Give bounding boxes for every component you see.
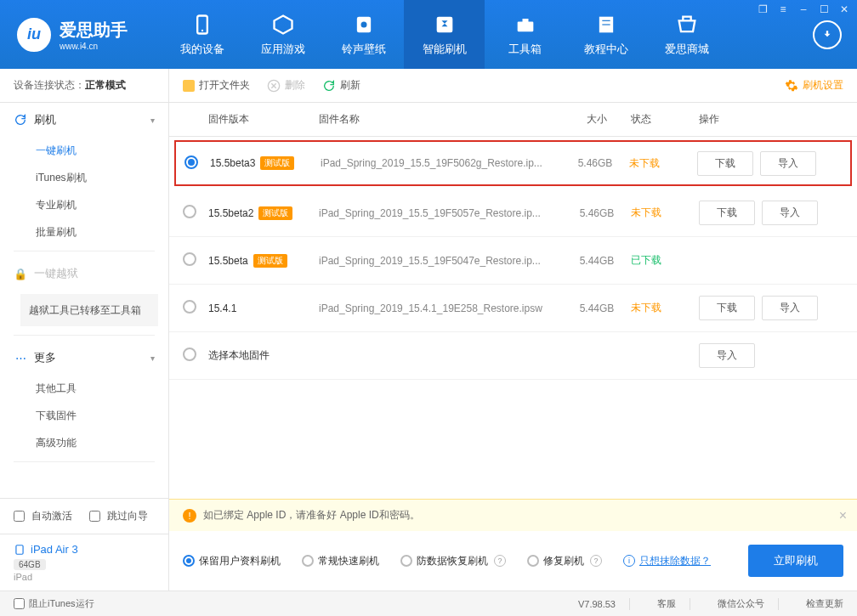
row-radio[interactable] [183,205,196,218]
refresh-label: 刷新 [340,78,360,93]
flash-option-label: 保留用户资料刷机 [199,554,281,568]
flash-settings-label: 刷机设置 [803,78,843,93]
customer-service[interactable]: 客服 [657,597,676,610]
firmware-row-0[interactable]: 15.5beta3测试版 iPad_Spring_2019_15.5_19F50… [174,140,852,186]
nav-book[interactable]: 教程中心 [565,0,646,69]
download-indicator-icon[interactable] [813,20,842,49]
menu-item-0-0[interactable]: 一键刷机 [0,137,168,164]
nav-apps[interactable]: 应用游戏 [242,0,323,69]
conn-label: 设备连接状态： [14,78,85,93]
flash-option-3[interactable]: 修复刷机? [527,554,602,568]
nav-music[interactable]: 铃声壁纸 [323,0,404,69]
menu-item-0-3[interactable]: 批量刷机 [0,218,168,246]
alert-close[interactable]: × [839,508,847,523]
toolbox-icon [514,13,537,37]
firmware-row-2[interactable]: 15.5beta测试版 iPad_Spring_2019_15.5_19F504… [169,237,857,285]
menu-item-0-2[interactable]: 专业刷机 [0,191,168,218]
nav-store[interactable]: 爱思商城 [646,0,727,69]
import-button[interactable]: 导入 [762,296,818,320]
help-icon[interactable]: ? [590,555,602,567]
window-btn-2[interactable]: ≡ [777,3,789,15]
firmware-version: 15.5beta3测试版 [210,156,321,170]
app-title: 爱思助手 [60,19,128,42]
th-version: 固件版本 [208,112,319,127]
toolbar: 打开文件夹 删除 刷新 刷机设置 [169,69,857,103]
flash-settings-button[interactable]: 刷机设置 [785,78,843,93]
skip-guide-checkbox[interactable] [89,511,100,522]
firmware-size: 5.44GB [563,302,631,314]
nav-label: 爱思商城 [665,42,709,57]
open-folder-button[interactable]: 打开文件夹 [183,78,250,93]
gear-icon [785,79,798,93]
radio[interactable] [302,555,314,567]
delete-button[interactable]: 删除 [267,78,305,93]
menu-group-0[interactable]: 刷机▾ [0,103,168,137]
firmware-row-4[interactable]: 选择本地固件 导入 [169,332,857,380]
download-button[interactable]: 下载 [699,296,755,320]
row-actions: 下载导入 [699,201,843,225]
footer: 阻止iTunes运行 V7.98.53 客服 微信公众号 检查更新 [0,591,857,616]
nav-toolbox[interactable]: 工具箱 [485,0,565,69]
wechat-official[interactable]: 微信公众号 [718,597,764,610]
svg-point-3 [360,21,366,27]
menu-jailbreak: 🔒一键越狱 [0,257,168,291]
window-btn-1[interactable]: ❐ [757,3,769,15]
window-minimize[interactable]: – [797,3,809,15]
nav-label: 应用游戏 [261,42,305,57]
beta-tag: 测试版 [253,254,287,268]
window-maximize[interactable]: ☐ [818,3,830,15]
radio[interactable] [527,555,539,567]
svg-rect-5 [517,21,533,31]
firmware-filename: iPad_Spring_2019_15.4.1_19E258_Restore.i… [319,302,563,314]
refresh-button[interactable]: 刷新 [322,78,360,93]
menu-item-2-2[interactable]: 高级功能 [0,429,168,456]
app-url: www.i4.cn [60,42,128,51]
download-button[interactable]: 下载 [697,151,753,176]
row-radio[interactable] [183,300,196,314]
firmware-row-3[interactable]: 15.4.1 iPad_Spring_2019_15.4.1_19E258_Re… [169,285,857,332]
import-button[interactable]: 导入 [699,343,755,368]
menu-item-2-1[interactable]: 下载固件 [0,402,168,429]
row-radio[interactable] [184,155,198,169]
menu-item-2-0[interactable]: 其他工具 [0,375,168,402]
auto-activate-checkbox[interactable] [14,511,25,522]
download-button[interactable]: 下载 [699,201,755,225]
open-folder-label: 打开文件夹 [199,78,250,93]
flash-now-button[interactable]: 立即刷机 [748,545,843,577]
help-icon[interactable]: ? [494,555,506,567]
firmware-size: 5.46GB [561,157,629,169]
import-button[interactable]: 导入 [762,201,818,225]
window-close[interactable]: ✕ [838,3,850,15]
radio[interactable] [183,555,195,567]
flash-option-label: 修复刷机 [543,554,584,568]
svg-point-1 [201,29,202,31]
menu-item-0-1[interactable]: iTunes刷机 [0,164,168,191]
nav-flash[interactable]: 智能刷机 [404,0,485,69]
flash-option-2[interactable]: 防数据恢复刷机? [400,554,506,568]
firmware-status: 未下载 [631,301,699,315]
radio[interactable] [400,555,412,567]
row-radio[interactable] [183,252,196,266]
check-update[interactable]: 检查更新 [806,597,843,610]
nav-label: 工具箱 [508,42,542,57]
block-itunes-checkbox[interactable] [14,598,25,609]
import-button[interactable]: 导入 [760,151,816,176]
flash-option-0[interactable]: 保留用户资料刷机 [183,554,281,568]
menu-group-2[interactable]: ⋯更多▾ [0,341,168,375]
row-radio[interactable] [183,348,196,361]
nav-device[interactable]: 我的设备 [162,0,242,69]
flash-icon [433,13,457,37]
device-info[interactable]: iPad Air 3 64GB iPad [0,534,168,591]
firmware-filename: iPad_Spring_2019_15.5_19F5062g_Restore.i… [321,157,561,169]
flash-option-1[interactable]: 常规快速刷机 [302,554,379,568]
logo[interactable]: iu 爱思助手 www.i4.cn [17,18,128,52]
menu-label: 一键越狱 [34,266,78,281]
menu-label: 更多 [34,350,56,365]
beta-tag: 测试版 [258,206,292,220]
nav: 我的设备应用游戏铃声壁纸智能刷机工具箱教程中心爱思商城 [162,0,727,69]
firmware-row-1[interactable]: 15.5beta2测试版 iPad_Spring_2019_15.5_19F50… [169,189,857,237]
nav-label: 教程中心 [584,42,628,57]
refresh-icon [322,79,336,93]
erase-data-link[interactable]: 只想抹除数据？ [639,554,711,568]
row-actions: 导入 [699,343,843,368]
